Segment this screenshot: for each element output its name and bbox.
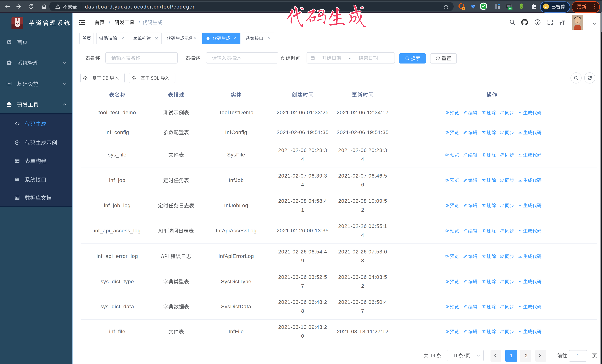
svg-text:on: on — [509, 8, 512, 10]
svg-text:1: 1 — [463, 7, 464, 10]
